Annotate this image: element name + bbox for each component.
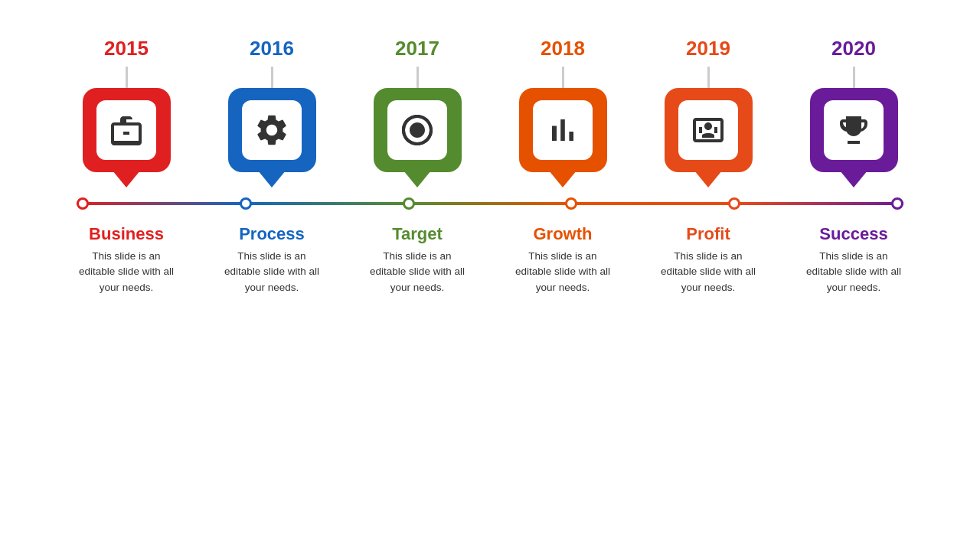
label-desc-2019: This slide is an editable slide with all… xyxy=(658,249,758,295)
label-block-2015: BusinessThis slide is an editable slide … xyxy=(77,224,176,295)
icons-row xyxy=(54,67,926,187)
year-label-2016: 2016 xyxy=(222,37,322,60)
icon-block-2017 xyxy=(368,67,467,187)
connector-top xyxy=(126,67,128,88)
icon-inner-2018 xyxy=(533,100,593,160)
timeline-dots-row xyxy=(54,197,926,210)
icon-box-2015 xyxy=(83,88,171,172)
timeline-line-container xyxy=(54,192,926,215)
years-row: 201520162017201820192020 xyxy=(54,37,926,60)
slide: 201520162017201820192020 BusinessThis sl… xyxy=(0,0,980,551)
connector-top xyxy=(271,67,273,88)
connector-top xyxy=(562,67,564,88)
icon-inner-2019 xyxy=(678,100,738,160)
icon-box-2016 xyxy=(228,88,316,172)
icon-block-2015 xyxy=(77,67,176,187)
icon-inner-2016 xyxy=(242,100,302,160)
label-desc-2016: This slide is an editable slide with all… xyxy=(222,249,322,295)
label-block-2020: SuccessThis slide is an editable slide w… xyxy=(804,224,903,295)
icon-block-2016 xyxy=(222,67,322,187)
icon-block-2020 xyxy=(804,67,903,187)
timeline-dot-2015 xyxy=(77,197,89,210)
label-title-2020: Success xyxy=(819,224,887,244)
timeline-section: 201520162017201820192020 BusinessThis sl… xyxy=(0,37,980,295)
timeline-dot-2016 xyxy=(240,197,252,210)
label-title-2016: Process xyxy=(239,224,305,244)
label-title-2017: Target xyxy=(392,224,443,244)
arrow-down-2016 xyxy=(258,171,286,187)
svg-rect-0 xyxy=(123,132,129,135)
timeline-dot-2018 xyxy=(565,197,577,210)
icon-box-2018 xyxy=(519,88,607,172)
timeline-dot-2017 xyxy=(403,197,415,210)
label-block-2016: ProcessThis slide is an editable slide w… xyxy=(222,224,322,295)
year-label-2018: 2018 xyxy=(513,37,612,60)
label-desc-2015: This slide is an editable slide with all… xyxy=(77,249,176,295)
icon-box-2020 xyxy=(810,88,898,172)
arrow-down-2019 xyxy=(694,171,722,187)
label-block-2018: GrowthThis slide is an editable slide wi… xyxy=(513,224,612,295)
year-label-2017: 2017 xyxy=(368,37,467,60)
label-title-2015: Business xyxy=(89,224,164,244)
label-block-2019: ProfitThis slide is an editable slide wi… xyxy=(658,224,758,295)
timeline-dot-2020 xyxy=(891,197,903,210)
connector-top xyxy=(853,67,855,88)
icon-inner-2017 xyxy=(387,100,447,160)
labels-row: BusinessThis slide is an editable slide … xyxy=(54,224,926,295)
timeline-dot-2019 xyxy=(728,197,740,210)
year-label-2020: 2020 xyxy=(804,37,903,60)
arrow-down-2015 xyxy=(113,171,140,187)
connector-top xyxy=(707,67,710,88)
label-title-2019: Profit xyxy=(686,224,730,244)
year-label-2015: 2015 xyxy=(77,37,176,60)
label-title-2018: Growth xyxy=(534,224,593,244)
label-desc-2018: This slide is an editable slide with all… xyxy=(513,249,612,295)
icon-inner-2020 xyxy=(824,100,884,160)
icon-block-2019 xyxy=(658,67,758,187)
icon-inner-2015 xyxy=(96,100,156,160)
arrow-down-2017 xyxy=(403,171,431,187)
label-desc-2017: This slide is an editable slide with all… xyxy=(368,249,467,295)
year-label-2019: 2019 xyxy=(658,37,758,60)
label-desc-2020: This slide is an editable slide with all… xyxy=(804,249,903,295)
connector-top xyxy=(416,67,419,88)
arrow-down-2020 xyxy=(840,171,867,187)
arrow-down-2018 xyxy=(549,171,577,187)
label-block-2017: TargetThis slide is an editable slide wi… xyxy=(368,224,467,295)
icon-box-2019 xyxy=(665,88,753,172)
icon-block-2018 xyxy=(513,67,612,187)
icon-box-2017 xyxy=(374,88,462,172)
